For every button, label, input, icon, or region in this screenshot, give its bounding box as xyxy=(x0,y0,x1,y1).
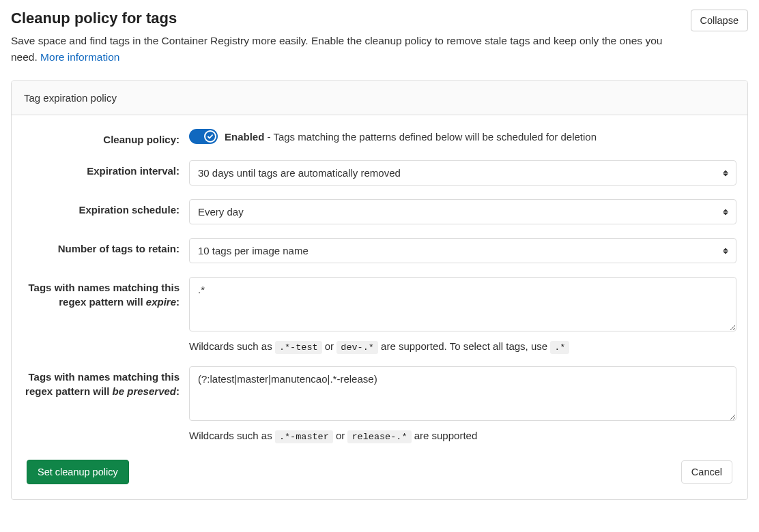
code-snippet: .*-master xyxy=(275,430,333,443)
code-snippet: dev-.* xyxy=(336,341,378,354)
more-info-link[interactable]: More information xyxy=(40,51,119,63)
page-title: Cleanup policy for tags xyxy=(11,10,666,27)
expiration-schedule-select[interactable]: Every day xyxy=(189,199,736,224)
preserve-regex-hint: Wildcards such as .*-master or release-.… xyxy=(189,430,736,442)
toggle-description: Enabled - Tags matching the patterns def… xyxy=(225,131,597,143)
preserve-regex-label: Tags with names matching this regex patt… xyxy=(12,366,189,398)
cancel-button[interactable]: Cancel xyxy=(681,460,732,484)
set-cleanup-policy-button[interactable]: Set cleanup policy xyxy=(27,460,129,484)
retain-count-select[interactable]: 10 tags per image name xyxy=(189,238,736,263)
collapse-button[interactable]: Collapse xyxy=(691,10,748,31)
expire-regex-input[interactable] xyxy=(189,277,736,331)
cleanup-policy-label: Cleanup policy: xyxy=(12,129,189,147)
preserve-regex-input[interactable] xyxy=(189,366,736,421)
page-subtitle: Save space and find tags in the Containe… xyxy=(11,33,666,65)
settings-panel: Tag expiration policy Cleanup policy: En… xyxy=(11,80,748,500)
code-snippet: .* xyxy=(550,341,569,354)
expiration-schedule-label: Expiration schedule: xyxy=(12,199,189,217)
code-snippet: .*-test xyxy=(275,341,322,354)
expire-regex-label: Tags with names matching this regex patt… xyxy=(12,277,189,309)
enabled-label: Enabled xyxy=(225,131,264,143)
check-icon xyxy=(204,130,216,143)
enabled-desc: - Tags matching the patterns defined bel… xyxy=(264,131,597,143)
panel-title: Tag expiration policy xyxy=(12,81,747,115)
expiration-interval-label: Expiration interval: xyxy=(12,160,189,178)
expiration-interval-select[interactable]: 30 days until tags are automatically rem… xyxy=(189,160,736,186)
code-snippet: release-.* xyxy=(347,430,411,443)
expire-regex-hint: Wildcards such as .*-test or dev-.* are … xyxy=(189,340,736,353)
cleanup-policy-toggle[interactable] xyxy=(189,129,218,144)
retain-count-label: Number of tags to retain: xyxy=(12,238,189,256)
